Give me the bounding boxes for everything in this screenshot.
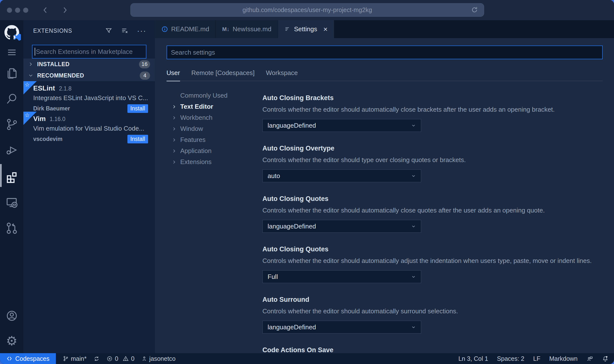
window-close-button[interactable] (7, 8, 12, 13)
toc-features[interactable]: Features (167, 134, 262, 145)
chevron-down-icon (411, 223, 416, 229)
settings-editor: Search settings User Remote [Codespaces]… (155, 38, 614, 353)
toc-label: Window (180, 125, 203, 133)
remote-explorer-icon[interactable] (0, 196, 23, 209)
settings-search-input[interactable]: Search settings (167, 46, 603, 59)
vscode-logo (14, 33, 21, 41)
window-minimize-button[interactable] (15, 8, 20, 13)
extension-version: 1.16.0 (50, 116, 65, 122)
user-name: jasonetco (149, 355, 176, 362)
extension-version: 2.1.8 (59, 85, 72, 92)
toc-commonly-used[interactable]: Commonly Used (167, 90, 262, 101)
dropdown-value: languageDefined (268, 122, 316, 129)
section-label: RECOMMENDED (37, 72, 84, 79)
chevron-right-icon (171, 126, 180, 132)
explorer-icon[interactable] (0, 67, 23, 80)
branch-indicator[interactable]: main* (63, 355, 87, 362)
person-icon (141, 356, 147, 362)
star-icon: ☆ (25, 112, 30, 119)
section-installed[interactable]: INSTALLED 16 (23, 59, 155, 70)
back-button[interactable] (41, 6, 50, 15)
toc-extensions[interactable]: Extensions (167, 156, 262, 167)
setting-auto-closing-quotes: Auto Closing Quotes Controls whether the… (262, 195, 603, 233)
toc-text-editor[interactable]: Text Editor (167, 101, 262, 112)
dropdown-value: auto (268, 172, 280, 180)
window-controls (7, 8, 28, 13)
remote-icon (6, 356, 12, 362)
chevron-down-icon (411, 122, 416, 128)
setting-title: Auto Surround (262, 296, 603, 303)
setting-title: Auto Closing Brackets (262, 94, 603, 102)
more-actions-icon[interactable]: ··· (137, 26, 146, 35)
address-bar[interactable]: github.com/codespaces/user-my-project-mg… (130, 3, 484, 17)
setting-value-dropdown[interactable]: Full (262, 270, 421, 283)
editor-area: README.md M↓ NewIssue.md Settings × Sear… (155, 20, 614, 353)
setting-auto-surround: Auto Surround Controls whether the edito… (262, 296, 603, 334)
toc-window[interactable]: Window (167, 123, 262, 134)
menu-icon[interactable] (0, 47, 23, 58)
toc-label: Features (180, 136, 206, 144)
extension-list-item[interactable]: ☆ ESLint 2.1.8 Integrates ESLint JavaScr… (23, 81, 155, 112)
settings-gear-icon[interactable]: ⚙ (0, 334, 23, 347)
chevron-right-icon (171, 104, 180, 109)
source-control-icon[interactable] (0, 118, 23, 131)
setting-value-dropdown[interactable]: languageDefined (262, 119, 421, 132)
codespaces-remote-indicator[interactable]: Codespaces (0, 353, 56, 364)
github-pull-requests-icon[interactable] (0, 222, 23, 235)
extensions-icon[interactable] (0, 171, 23, 184)
warning-icon (123, 355, 129, 362)
github-codespaces-logo (0, 25, 23, 40)
user-indicator[interactable]: jasonetco (141, 355, 176, 362)
sync-icon (93, 356, 100, 362)
filter-icon[interactable] (105, 27, 112, 34)
info-icon (161, 26, 168, 32)
setting-value-dropdown[interactable]: auto (262, 169, 421, 182)
tab-bar: README.md M↓ NewIssue.md Settings × (155, 20, 614, 38)
refresh-icon[interactable] (471, 6, 478, 14)
cursor-position[interactable]: Ln 3, Col 1 (458, 355, 488, 362)
toc-label: Application (180, 147, 212, 155)
codespaces-label: Codespaces (15, 355, 49, 362)
section-recommended[interactable]: RECOMMENDED 4 (23, 70, 155, 81)
star-icon: ☆ (25, 81, 30, 88)
feedback-icon[interactable] (586, 355, 593, 362)
clear-extension-search-icon[interactable] (121, 27, 129, 35)
eol-indicator[interactable]: LF (533, 355, 540, 362)
extension-author: vscodevim (33, 136, 62, 142)
scope-tab-user[interactable]: User (167, 69, 180, 77)
tab-readme[interactable]: README.md (155, 20, 216, 38)
install-button[interactable]: Install (127, 135, 148, 143)
extension-list-item[interactable]: ☆ Vim 1.16.0 Vim emulation for Visual St… (23, 112, 155, 142)
indentation-indicator[interactable]: Spaces: 2 (497, 355, 524, 362)
sync-indicator[interactable] (93, 356, 100, 362)
installed-count-badge: 16 (139, 60, 150, 68)
search-icon[interactable] (0, 92, 23, 105)
extensions-search-input[interactable]: Search Extensions in Marketplace (32, 45, 146, 59)
tab-settings[interactable]: Settings × (278, 20, 334, 38)
toc-workbench[interactable]: Workbench (167, 112, 262, 123)
dropdown-value: languageDefined (268, 223, 316, 230)
text-cursor (35, 48, 35, 56)
tab-newissue[interactable]: M↓ NewIssue.md (216, 20, 278, 38)
chevron-down-icon (411, 324, 416, 330)
setting-description: Controls whether the editor should autom… (262, 105, 603, 114)
warning-count: 0 (131, 355, 135, 362)
chevron-right-icon (171, 115, 180, 121)
setting-value-dropdown[interactable]: languageDefined (262, 321, 421, 334)
scope-tab-remote[interactable]: Remote [Codespaces] (191, 69, 255, 77)
accounts-icon[interactable] (0, 309, 23, 322)
window-zoom-button[interactable] (23, 8, 28, 13)
chevron-right-icon (171, 159, 180, 165)
forward-button[interactable] (60, 6, 69, 15)
toc-label: Workbench (180, 114, 213, 121)
notifications-bell-icon[interactable] (602, 355, 609, 362)
setting-value-dropdown[interactable]: languageDefined (262, 220, 421, 233)
run-and-debug-icon[interactable] (0, 144, 23, 156)
scope-tab-workspace[interactable]: Workspace (266, 69, 298, 77)
chevron-down-icon (28, 73, 34, 78)
setting-auto-closing-quotes-2: Auto Closing Quotes Controls whether the… (262, 245, 603, 283)
problems-indicator[interactable]: 0 0 (107, 355, 135, 362)
toc-application[interactable]: Application (167, 145, 262, 156)
close-tab-icon[interactable]: × (323, 26, 328, 33)
language-mode[interactable]: Markdown (549, 355, 578, 362)
